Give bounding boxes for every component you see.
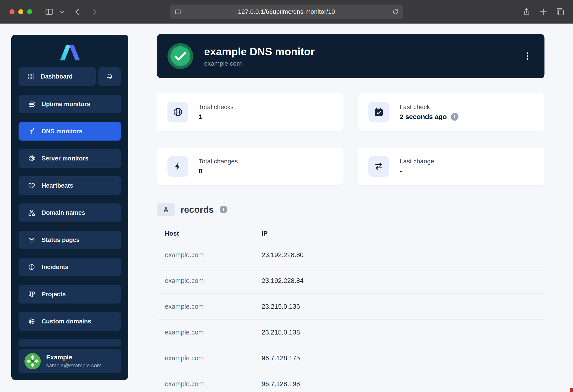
zoom-button[interactable]: [27, 9, 32, 14]
sidebar-item-label: Incidents: [42, 264, 69, 271]
swap-arrows-icon: [368, 156, 389, 177]
sidebar-item-label: Domain names: [42, 209, 85, 216]
sidebar-toggle-icon[interactable]: [45, 7, 54, 16]
table-row: example.com 96.7.128.198: [157, 371, 544, 392]
sidebar-menu: Uptime monitors DNS monitors Server moni…: [18, 95, 121, 331]
ip-cell: 23.192.228.84: [262, 277, 544, 285]
records-title: records: [180, 205, 214, 215]
sidebar-item-label: Projects: [42, 291, 66, 298]
host-cell: example.com: [157, 303, 262, 310]
chevron-down-icon[interactable]: [59, 10, 65, 15]
stat-text: Total checks 1: [199, 104, 233, 121]
info-icon[interactable]: [451, 113, 459, 121]
forward-icon[interactable]: [90, 7, 99, 16]
grid-icon: [28, 73, 35, 80]
stat-value: -: [400, 167, 434, 175]
stats-grid: Total checks 1 Last check 2 seconds ago: [157, 93, 544, 185]
antenna-icon: [28, 128, 35, 135]
sidebar: Dashboard Uptime monitors DNS monitors: [11, 35, 128, 380]
info-icon[interactable]: [220, 206, 227, 214]
sitemap-icon: [28, 209, 35, 216]
user-info: Example sample@example.com: [46, 354, 101, 369]
browser-chrome: 127.0.0.1/66uptime/dns-monitor/10: [0, 0, 573, 23]
stat-label: Last change: [400, 158, 434, 165]
host-cell: example.com: [157, 380, 262, 388]
sidebar-item-incidents[interactable]: Incidents: [18, 258, 121, 276]
user-name: Example: [46, 354, 101, 361]
signal-icon: [28, 236, 35, 244]
ip-cell: 23.215.0.138: [262, 329, 544, 336]
table-row: example.com 23.215.0.136: [157, 294, 544, 320]
stat-label: Last check: [400, 104, 459, 111]
sidebar-item-dashboard[interactable]: Dashboard: [18, 67, 96, 86]
page-settings-icon[interactable]: [175, 8, 181, 15]
alert-icon: [28, 264, 35, 271]
kebab-menu-button[interactable]: [525, 50, 530, 63]
table-row: example.com 23.215.0.138: [157, 320, 544, 345]
bell-icon: [106, 73, 113, 80]
new-tab-icon[interactable]: [539, 7, 548, 16]
globe-icon: [167, 102, 188, 123]
sidebar-item-custom-domains[interactable]: Custom domains: [18, 312, 121, 331]
share-icon[interactable]: [522, 7, 531, 16]
sidebar-item-label: Uptime monitors: [42, 101, 90, 108]
table-row: example.com 23.192.228.80: [157, 242, 544, 268]
ip-cell: 23.192.228.80: [262, 251, 544, 259]
sidebar-item-label: Custom domains: [42, 318, 91, 325]
sidebar-item-status-pages[interactable]: Status pages: [18, 231, 121, 249]
url-bar[interactable]: 127.0.0.1/66uptime/dns-monitor/10: [170, 4, 403, 19]
reload-icon[interactable]: [392, 8, 399, 15]
sidebar-item-label: Heartbeats: [42, 182, 73, 189]
monitor-subtitle: example.com: [204, 60, 315, 67]
host-cell: example.com: [157, 277, 262, 285]
a-records-table: Host IP example.com 23.192.228.80 exampl…: [157, 225, 544, 392]
sidebar-item-heartbeats[interactable]: Heartbeats: [18, 176, 121, 195]
calendar-check-icon: [368, 102, 389, 123]
tab-overview-icon[interactable]: [556, 7, 565, 16]
column-header-host: Host: [157, 230, 262, 237]
screen-corner-artifact: [570, 388, 573, 392]
stat-text: Total changes 0: [199, 158, 238, 175]
sidebar-item-label: Status pages: [42, 236, 80, 244]
user-card[interactable]: Example sample@example.com: [18, 349, 121, 373]
stat-value: 1: [199, 113, 233, 121]
column-header-ip: IP: [262, 230, 544, 237]
stat-text: Last change -: [400, 158, 434, 175]
table-row: example.com 96.7.128.175: [157, 345, 544, 371]
close-button[interactable]: [10, 9, 15, 14]
host-cell: example.com: [157, 329, 262, 336]
url-text: 127.0.0.1/66uptime/dns-monitor/10: [238, 8, 335, 15]
stat-value: 2 seconds ago: [400, 113, 459, 121]
sidebar-item-uptime-monitors[interactable]: Uptime monitors: [18, 95, 121, 113]
globe-icon: [28, 318, 35, 325]
host-cell: example.com: [157, 251, 262, 259]
ip-cell: 96.7.128.198: [262, 380, 544, 388]
stat-label: Total checks: [199, 104, 233, 111]
user-email: sample@example.com: [46, 362, 101, 369]
traffic-lights: [10, 9, 32, 14]
notifications-button[interactable]: [98, 67, 121, 86]
stat-label: Total changes: [199, 158, 238, 165]
sidebar-item-domain-names[interactable]: Domain names: [18, 203, 121, 222]
table-row: example.com 23.192.228.84: [157, 268, 544, 294]
sidebar-item-partial: [18, 339, 121, 346]
sidebar-item-label: Dashboard: [41, 73, 73, 80]
app-logo: [59, 43, 81, 61]
sidebar-item-server-monitors[interactable]: Server monitors: [18, 149, 121, 168]
bars-icon: [28, 101, 35, 108]
sidebar-item-dns-monitors[interactable]: DNS monitors: [18, 122, 121, 141]
cpu-icon: [28, 155, 35, 162]
heart-icon: [28, 182, 35, 189]
sidebar-item-projects[interactable]: Projects: [18, 285, 121, 303]
ip-cell: 23.215.0.136: [262, 303, 544, 310]
records-header: A records: [157, 203, 227, 216]
monitor-title-block: example DNS monitor example.com: [204, 45, 315, 67]
sidebar-item-label: Server monitors: [42, 155, 89, 162]
host-cell: example.com: [157, 355, 262, 362]
kanban-icon: [28, 291, 35, 298]
minimize-button[interactable]: [18, 9, 23, 14]
back-icon[interactable]: [73, 7, 82, 16]
stat-card-total-changes: Total changes 0: [157, 148, 343, 185]
dashboard-row: Dashboard: [18, 67, 121, 86]
monitor-header-card: example DNS monitor example.com: [157, 34, 544, 78]
